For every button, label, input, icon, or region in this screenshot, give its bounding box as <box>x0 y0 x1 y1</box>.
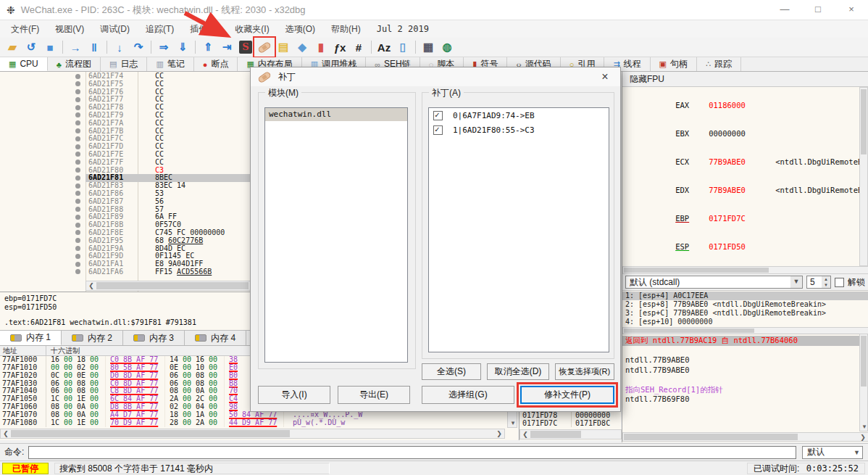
stepper-arrows-icon[interactable]: ▲▼ <box>822 276 830 288</box>
dump-pointer-bytes[interactable]: D0 8D AF 77 <box>106 372 165 380</box>
deselect-all-button[interactable]: 取消全选(D) <box>487 363 549 380</box>
register-row[interactable]: EDX77B9ABE0<ntdll.DbgUiRemoteBreakin> <box>630 176 868 205</box>
dump-tab[interactable]: 内存 1 <box>0 330 62 345</box>
stack-row[interactable]: 0171FD7C 0171FD8C <box>519 419 621 427</box>
restart-icon[interactable]: ↺ <box>22 38 41 56</box>
step-over-icon[interactable]: ↷ <box>129 38 148 56</box>
argument-row[interactable]: 1: [esp+4] A0C17EEA <box>622 292 868 300</box>
dump-byte[interactable]: 08 <box>196 372 209 380</box>
menu-item[interactable]: 调试(D) <box>92 21 138 38</box>
breakpoint-dot[interactable] <box>75 168 80 173</box>
patch-dialog-titlebar[interactable]: 补丁 × <box>251 67 620 86</box>
breakpoint-dot[interactable] <box>75 175 80 181</box>
dump-byte[interactable]: 0C <box>51 372 64 380</box>
breakpoint-dot[interactable] <box>75 74 80 79</box>
view-tab[interactable]: ∴ 跟踪 <box>697 57 741 71</box>
registers-hscrollbar[interactable] <box>622 266 868 274</box>
calculator-icon[interactable]: ▦ <box>419 38 438 56</box>
step-out-icon[interactable]: ⇑ <box>199 38 217 56</box>
argument-row[interactable]: 3: [esp+C] 77B9ABE0 <ntdll.DbgUiRemoteBr… <box>622 309 868 318</box>
patch-checkbox[interactable] <box>433 125 443 135</box>
toolbar-separator[interactable] <box>192 38 199 56</box>
calling-convention-select[interactable]: 默认 (stdcall) ▼ <box>625 276 803 289</box>
breakpoint-dot[interactable] <box>75 230 80 235</box>
menu-item[interactable]: Jul 2 2019 <box>369 22 437 36</box>
dump-pointer-bytes[interactable]: 44 D9 AF 77 <box>225 419 284 427</box>
breakpoint-dot[interactable] <box>75 160 80 165</box>
dump-byte[interactable]: 00 <box>64 419 77 427</box>
breakpoint-dot[interactable] <box>75 246 80 251</box>
restore-selection-button[interactable]: 恢复选择项(R) <box>555 363 614 380</box>
patch-icon[interactable] <box>255 38 274 56</box>
menu-item[interactable]: 追踪(T) <box>138 21 182 38</box>
patches-list[interactable]: 0|6A7F1AD9:74->EB 1|6AD21F80:55->C3 <box>428 107 609 352</box>
attach-icon[interactable]: ▯ <box>393 38 412 56</box>
command-input[interactable] <box>28 446 796 459</box>
argument-row[interactable]: 4: [esp+10] 00000000 <box>622 318 868 326</box>
globe-icon[interactable]: ◍ <box>438 38 456 56</box>
breakpoint-dot[interactable] <box>75 120 80 125</box>
select-group-button[interactable]: 选择组(G) <box>422 386 514 404</box>
register-row[interactable]: ESP0171FD50 <box>630 233 868 261</box>
skip-down-icon[interactable]: ⇓ <box>173 38 192 56</box>
registers-view[interactable]: EAX01186000 EBX00000000 ECX77B9ABE0<ntdl… <box>622 87 868 266</box>
breakpoint-dot[interactable] <box>75 183 80 189</box>
dump-byte[interactable]: 06 <box>170 372 183 380</box>
dump-pointer-bytes[interactable]: 70 D9 AF 77 <box>106 419 165 427</box>
dump-byte[interactable]: 0E <box>77 372 90 380</box>
dump-byte[interactable]: 00 <box>183 419 196 427</box>
register-row[interactable]: ECX77B9ABE0<ntdll.DbgUiRemoteBreakin> <box>630 148 868 176</box>
breakpoint-dot[interactable] <box>75 191 80 196</box>
breakpoint-dot[interactable] <box>75 223 80 228</box>
breakpoint-dot[interactable] <box>75 105 80 110</box>
view-tab[interactable]: ▤ 日志 <box>101 57 147 71</box>
breakpoint-dot[interactable] <box>75 238 80 243</box>
breakpoint-dot[interactable] <box>75 128 80 133</box>
toolbar-separator[interactable] <box>59 38 66 56</box>
register-row[interactable]: EAX01186000 <box>630 91 868 120</box>
breakpoint-dot[interactable] <box>75 207 80 212</box>
menu-item[interactable]: 选项(O) <box>277 21 323 38</box>
toolbar-separator[interactable] <box>412 38 419 56</box>
breakpoint-dot[interactable] <box>75 254 80 259</box>
stop-icon[interactable]: ■ <box>41 38 59 56</box>
argument-row[interactable]: 2: [esp+8] 77B9ABE0 <ntdll.DbgUiRemoteBr… <box>622 300 868 309</box>
dump-byte[interactable]: 00 <box>209 372 222 380</box>
register-row[interactable]: EBX00000000 <box>630 120 868 148</box>
dump-tab[interactable]: 内存 3 <box>123 330 185 345</box>
dump-byte[interactable]: 00 <box>183 372 196 380</box>
toolbar-separator[interactable] <box>368 38 375 56</box>
breakpoint-dot[interactable] <box>75 215 80 220</box>
bookmark-icon[interactable]: ▮ <box>312 38 330 56</box>
breakpoint-dot[interactable] <box>75 97 80 102</box>
label-icon[interactable]: ◆ <box>293 38 312 56</box>
run-icon[interactable]: → <box>66 38 85 56</box>
register-row[interactable]: EBP0171FD7C <box>630 205 868 233</box>
view-tab[interactable]: ▦ CPU <box>0 57 48 71</box>
import-button[interactable]: 导入(I) <box>258 386 330 404</box>
hide-fpu-button[interactable]: 隐藏FPU <box>622 72 868 87</box>
dump-byte[interactable]: 2A <box>196 419 209 427</box>
toolbar-separator[interactable] <box>148 38 154 56</box>
view-tab[interactable]: ▥ 笔记 <box>147 57 193 71</box>
patch-item[interactable]: 0|6A7F1AD9:74->EB <box>429 108 609 123</box>
breakpoint-dot[interactable] <box>75 81 80 86</box>
run-to-user-code-icon[interactable]: ⇥ <box>217 38 236 56</box>
dump-byte[interactable]: 00 <box>90 419 103 427</box>
close-button[interactable]: × <box>835 0 868 20</box>
menu-item[interactable]: 文件(F) <box>3 21 47 38</box>
breakpoint-dot[interactable] <box>75 136 80 141</box>
dump-byte[interactable]: 1C <box>51 419 64 427</box>
dump-byte[interactable]: 1E <box>77 419 90 427</box>
dump-byte[interactable]: 00 <box>209 419 222 427</box>
view-tab[interactable]: ▣ 句柄 <box>651 57 697 71</box>
maximize-button[interactable]: □ <box>801 0 835 20</box>
scylla-icon[interactable]: S <box>236 38 255 56</box>
dump-hscrollbar[interactable]: ❮ ❯ <box>0 429 505 439</box>
dump-tab[interactable]: 内存 2 <box>62 330 123 345</box>
breakpoint-dot[interactable] <box>75 144 80 149</box>
dump-byte[interactable]: 00 <box>64 372 77 380</box>
unlock-checkbox[interactable] <box>835 278 844 287</box>
dump-byte[interactable]: 00 <box>90 372 103 380</box>
view-tab[interactable]: ● 断点 <box>194 57 238 71</box>
